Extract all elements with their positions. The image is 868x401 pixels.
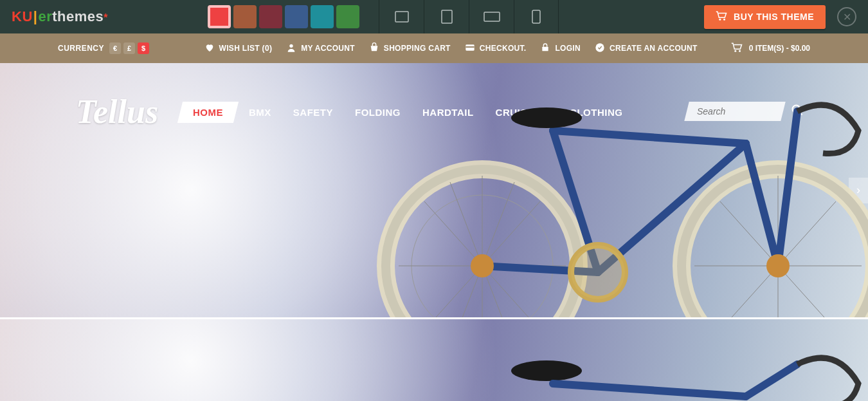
checkout-label: CHECKOUT. [480,44,527,53]
top-bar: CURRENCY €£$ WISH LIST (0) MY ACCOUNT SH… [0,33,868,63]
svg-point-10 [595,43,604,51]
close-demo-bar[interactable]: ✕ [837,7,856,26]
my-account-link[interactable]: MY ACCOUNT [286,42,355,55]
svg-point-37 [571,245,625,299]
color-swatch-teal[interactable] [311,5,334,28]
svg-rect-1 [442,10,452,23]
cart-icon [731,42,743,55]
shopping-cart-link[interactable]: SHOPPING CART [369,42,451,55]
svg-rect-0 [395,12,408,22]
cart-summary[interactable]: 0 ITEM(S) - $0.00 [731,42,810,55]
currency-€[interactable]: € [109,42,121,54]
buy-theme-label: BUY THIS THEME [734,12,814,22]
cart-icon [716,11,727,23]
card-icon [465,42,475,55]
logo-part-pipe: | [33,8,38,25]
cart-summary-text: 0 ITEM(S) - $0.00 [749,44,810,53]
wishlist-link[interactable]: WISH LIST (0) [204,42,273,55]
currency-$[interactable]: $ [138,42,149,54]
svg-line-32 [553,131,746,144]
svg-line-35 [778,111,797,266]
account-label: MY ACCOUNT [301,44,355,53]
svg-rect-3 [532,10,540,23]
color-swatch-maroon[interactable] [259,5,282,28]
device-desktop[interactable] [379,0,424,33]
color-swatches [208,5,359,28]
svg-rect-9 [543,46,548,51]
kulerthemes-logo[interactable]: KU | er Themes * [12,8,108,25]
hero-secondary [0,319,868,401]
svg-point-41 [511,360,582,381]
svg-point-12 [739,50,741,51]
logo-part-ku: KU [12,8,33,25]
user-icon [286,42,296,55]
check-circle-icon [595,42,605,55]
cart-label: SHOPPING CART [384,44,451,53]
device-tablet-landscape[interactable] [469,0,514,33]
buy-theme-button[interactable]: BUY THIS THEME [704,5,826,29]
svg-point-6 [290,44,293,47]
hero-slider: Tellus HOMEBMXSAFETYFOLDINGHARDTAILCRUIS… [0,63,868,317]
nav-label: BMX [249,107,271,118]
currency-£[interactable]: £ [123,42,135,54]
demo-bar: KU | er Themes * BUY THIS THEME ✕ [0,0,868,33]
basket-icon [369,42,379,55]
svg-point-11 [734,50,736,51]
svg-line-43 [746,364,797,396]
create-account-link[interactable]: CREATE AN ACCOUNT [595,42,698,55]
logo-part-themes: Themes [52,8,104,25]
logo-asterisk: * [104,12,108,24]
logo-part-er: er [38,8,52,25]
top-links: WISH LIST (0) MY ACCOUNT SHOPPING CART C… [204,42,810,55]
heart-icon [204,42,215,55]
color-swatch-red[interactable] [208,5,231,28]
svg-rect-8 [466,46,474,48]
color-swatch-brown[interactable] [233,5,257,28]
svg-point-5 [723,18,725,20]
svg-point-40 [471,254,494,277]
currency-switcher: CURRENCY €£$ [58,42,149,54]
nav-safety[interactable]: SAFETY [284,100,342,124]
svg-rect-2 [484,12,500,21]
site-logo[interactable]: Tellus [76,93,158,131]
currency-label: CURRENCY [58,44,104,53]
nav-label: HOME [193,107,223,118]
hero-bike-image [354,73,868,317]
nav-home[interactable]: HOME [177,102,239,123]
login-label: LOGIN [555,44,581,53]
color-swatch-blue[interactable] [285,5,308,28]
color-swatch-green[interactable] [336,5,359,28]
svg-point-4 [719,18,721,20]
svg-point-38 [511,107,582,128]
checkout-link[interactable]: CHECKOUT. [465,42,527,55]
nav-label: SAFETY [293,107,333,118]
login-link[interactable]: LOGIN [540,42,581,55]
wishlist-label: WISH LIST (0) [219,44,273,53]
device-tablet-portrait[interactable] [424,0,469,33]
svg-line-42 [553,384,746,396]
nav-bmx[interactable]: BMX [240,100,280,124]
device-switcher [379,0,559,33]
device-mobile[interactable] [514,0,559,33]
svg-point-39 [766,254,790,277]
secondary-bike-image [354,326,868,401]
create-label: CREATE AN ACCOUNT [610,44,698,53]
lock-icon [540,42,550,55]
